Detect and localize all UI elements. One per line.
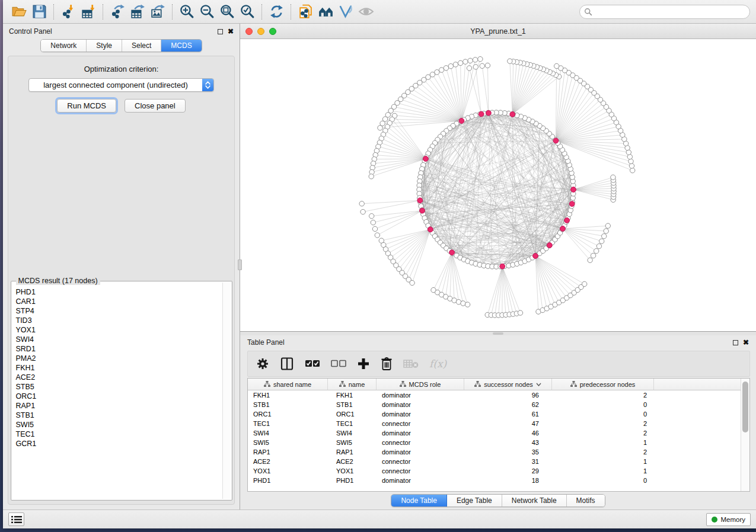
column-header-predecessor-nodes[interactable]: predecessor nodes (552, 379, 654, 390)
tab-mcds[interactable]: MCDS (161, 40, 201, 52)
show-columns-icon[interactable] (280, 357, 294, 371)
column-label: successor nodes (484, 381, 533, 388)
mcds-result-item[interactable]: PMA2 (16, 354, 219, 363)
mcds-result-item[interactable]: SWI5 (16, 420, 219, 430)
mcds-result-item[interactable]: YOX1 (16, 325, 219, 335)
mcds-result-item[interactable]: ACE2 (16, 373, 219, 382)
table-cell: 2 (552, 420, 654, 427)
import-network-icon[interactable] (58, 3, 78, 21)
status-bar: Memory (3, 509, 756, 528)
table-cell: TEC1 (248, 420, 328, 427)
node-table: shared namenameMCDS rolesuccessor nodesp… (247, 378, 750, 492)
main-toolbar (3, 0, 756, 24)
horizontal-splitter[interactable] (240, 332, 756, 335)
mcds-result-item[interactable]: TID3 (16, 316, 219, 325)
mcds-result-item[interactable]: PHD1 (16, 287, 219, 297)
table-cell: connector (377, 467, 464, 475)
zoom-out-icon[interactable] (197, 3, 217, 21)
column-settings-icon[interactable] (256, 357, 269, 370)
zoom-selected-icon[interactable] (237, 3, 257, 21)
mcds-result-item[interactable]: ORC1 (16, 392, 219, 401)
table-scrollbar-thumb[interactable] (742, 382, 748, 432)
mcds-result-item[interactable]: TEC1 (16, 430, 219, 439)
table-row[interactable]: SWI4SWI4dominator462 (248, 428, 741, 438)
run-mcds-button[interactable]: Run MCDS (57, 99, 116, 113)
save-session-icon[interactable] (29, 3, 49, 21)
close-panel-icon[interactable]: ✖ (228, 28, 234, 35)
table-cell: 61 (464, 411, 552, 418)
column-header-MCDS-role[interactable]: MCDS role (377, 379, 464, 390)
table-cell: ACE2 (248, 458, 328, 465)
mcds-result-item[interactable]: GCR1 (16, 439, 219, 448)
mcds-result-item[interactable]: STP4 (16, 306, 219, 316)
network-window-titlebar[interactable]: YPA_prune.txt_1 (240, 24, 756, 39)
mcds-result-item[interactable]: STB1 (16, 411, 219, 420)
clone-network-icon[interactable] (295, 3, 315, 21)
export-table-icon[interactable] (127, 3, 148, 21)
network-view-window: YPA_prune.txt_1 (240, 24, 756, 332)
table-cell: 18 (464, 477, 552, 484)
mcds-tab-content: Optimization criterion: largest connecte… (8, 56, 235, 505)
tab-style[interactable]: Style (87, 40, 122, 52)
table-row[interactable]: PHD1PHD1dominator180 (248, 476, 741, 485)
table-cell: 43 (464, 439, 552, 446)
task-history-button[interactable] (8, 512, 24, 526)
table-row[interactable]: ORC1ORC1dominator610 (248, 409, 741, 419)
export-network-icon[interactable] (107, 3, 127, 21)
export-image-icon[interactable] (148, 3, 168, 21)
table-rows: FKH1FKH1dominator962STB1STB1dominator620… (248, 390, 741, 491)
mcds-result-item[interactable]: STB5 (16, 382, 219, 392)
close-table-panel-icon[interactable]: ✖ (743, 339, 749, 346)
optimization-criterion-value: largest connected component (undirected) (29, 79, 202, 91)
table-row[interactable]: YOX1YOX1connector291 (248, 466, 741, 476)
float-panel-icon[interactable] (218, 29, 223, 34)
tab-node-table[interactable]: Node Table (391, 495, 447, 507)
column-header-name[interactable]: name (328, 379, 377, 390)
network-canvas[interactable] (240, 39, 756, 331)
tab-network-table[interactable]: Network Table (502, 495, 567, 507)
network-window-title: YPA_prune.txt_1 (240, 27, 756, 36)
table-cell: RAP1 (248, 448, 328, 456)
table-cell: 47 (464, 420, 552, 427)
select-all-icon[interactable] (305, 360, 320, 368)
table-cell: STB1 (248, 401, 328, 408)
table-row[interactable]: STB1STB1dominator620 (248, 400, 741, 409)
delete-column-icon[interactable] (381, 357, 393, 371)
toolbar-separator (53, 4, 54, 20)
table-row[interactable]: ACE2ACE2connector311 (248, 457, 741, 466)
mcds-result-item[interactable]: CAR1 (16, 297, 219, 306)
table-row[interactable]: TEC1TEC1connector472 (248, 419, 741, 428)
deselect-all-icon[interactable] (331, 360, 346, 368)
table-toolbar: f(x) (247, 351, 750, 377)
table-cell: dominator (377, 411, 464, 418)
mcds-result-item[interactable]: RAP1 (16, 401, 219, 411)
optimization-criterion-select[interactable]: largest connected component (undirected) (28, 78, 214, 92)
column-header-shared-name[interactable]: shared name (248, 379, 328, 390)
table-row[interactable]: FKH1FKH1dominator962 (248, 390, 741, 400)
mcds-result-item[interactable]: SRD1 (16, 344, 219, 354)
float-table-panel-icon[interactable] (733, 340, 738, 345)
memory-button[interactable]: Memory (706, 513, 751, 526)
open-session-icon[interactable] (9, 3, 29, 21)
table-row[interactable]: SWI5SWI5connector431 (248, 438, 741, 447)
table-scrollbar[interactable] (741, 379, 749, 491)
table-row[interactable]: RAP1RAP1dominator352 (248, 447, 741, 457)
mcds-result-item[interactable]: SWI4 (16, 335, 219, 344)
add-column-icon[interactable] (357, 357, 370, 370)
tab-select[interactable]: Select (122, 40, 161, 52)
refresh-layout-icon[interactable] (266, 3, 286, 21)
app-window: Control Panel ✖ NetworkStyleSelectMCDS O… (3, 0, 756, 528)
tab-network[interactable]: Network (41, 40, 87, 52)
graphics-details-icon[interactable] (336, 3, 356, 21)
column-header-successor-nodes[interactable]: successor nodes (464, 379, 552, 390)
zoom-in-icon[interactable] (177, 3, 197, 21)
search-input[interactable] (579, 5, 750, 19)
mcds-list-scrollbar[interactable] (222, 283, 231, 499)
close-panel-button[interactable]: Close panel (125, 99, 186, 113)
zoom-fit-icon[interactable] (217, 3, 237, 21)
tab-edge-table[interactable]: Edge Table (447, 495, 502, 507)
first-neighbors-icon[interactable] (315, 3, 336, 21)
tab-motifs[interactable]: Motifs (567, 495, 605, 507)
import-table-icon[interactable] (78, 3, 98, 21)
mcds-result-item[interactable]: FKH1 (16, 363, 219, 373)
